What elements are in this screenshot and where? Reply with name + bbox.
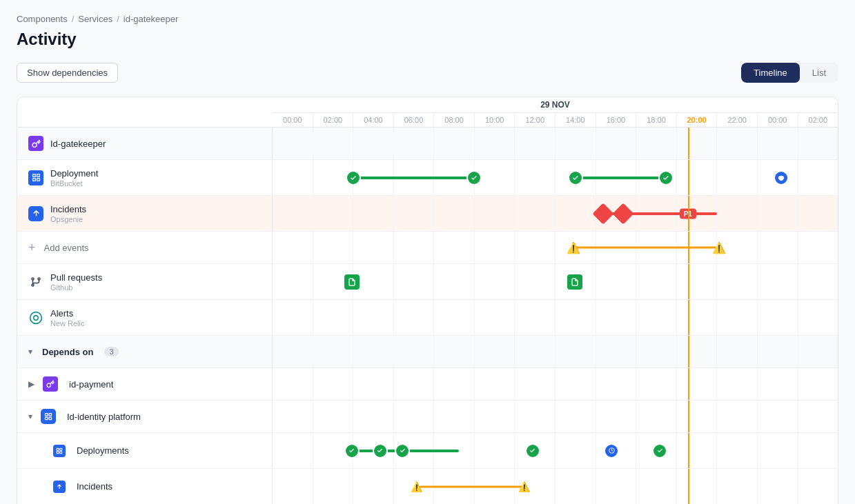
deployments-sub-icon: [53, 445, 66, 457]
deploy-sub-mid: [373, 443, 388, 458]
incidents-sub-warn-2: ⚠️: [518, 481, 530, 492]
alert-bar: [575, 247, 719, 249]
pull-requests-timeline: [273, 264, 838, 299]
incidents-sub-icon: [53, 481, 66, 493]
add-events-label: Add events: [44, 243, 89, 253]
add-events-timeline: ⚠️ ⚠️: [273, 232, 838, 263]
svg-rect-2: [32, 179, 35, 181]
alerts-timeline: [273, 300, 838, 335]
depends-on-label: Depends on: [42, 347, 93, 357]
svg-point-4: [32, 278, 34, 280]
toolbar: Show dependencies Timeline List: [17, 63, 838, 83]
deployments-sub-timeline: [273, 433, 838, 468]
incident-marker-1: [593, 203, 614, 224]
breadcrumb-components[interactable]: Components: [17, 14, 68, 24]
timeline-container: 29 NOV 00:00 02:00 04:00 06:00 08:00 10:…: [17, 97, 838, 504]
alerts-label: Alerts: [50, 308, 85, 319]
row-id-payment: ▶ id-payment: [17, 368, 838, 401]
deployments-sub-label: Deployments: [77, 445, 129, 456]
page-title: Activity: [17, 30, 838, 49]
gatekeeper-icon: [28, 136, 43, 151]
hours-row: 00:00 02:00 04:00 06:00 08:00 10:00 12:0…: [273, 113, 838, 127]
hour-1000: 10:00: [474, 113, 515, 127]
hour-1600: 16:00: [596, 113, 636, 127]
hour-0000: 00:00: [273, 113, 313, 127]
row-alerts: Alerts New Relic: [17, 300, 838, 336]
hour-0600: 06:00: [393, 113, 434, 127]
incidents-label: Incidents: [50, 204, 86, 214]
deploy-bar-1: [353, 177, 474, 179]
incidents-sub-bar: [420, 485, 527, 487]
incidents-sub-timeline: ⚠️ ⚠️: [273, 469, 838, 504]
hour-2000: 20:00: [676, 113, 717, 127]
svg-rect-14: [60, 448, 62, 450]
deploy-sub-start-1: [344, 443, 360, 458]
incidents-icon: [28, 206, 43, 221]
header-right: 29 NOV 00:00 02:00 04:00 06:00 08:00 10:…: [273, 97, 838, 128]
hour-1400: 14:00: [555, 113, 596, 127]
svg-rect-9: [46, 414, 48, 416]
svg-rect-1: [37, 174, 39, 177]
pull-requests-icon: [28, 274, 43, 290]
alert-start-icon: ⚠️: [567, 241, 580, 254]
list-tab[interactable]: List: [800, 63, 838, 83]
view-toggle: Timeline List: [741, 63, 838, 83]
svg-rect-12: [49, 417, 52, 420]
hour-2200: 22:00: [716, 113, 757, 127]
hour-1800: 18:00: [636, 113, 676, 127]
row-pull-requests: Pull requests Github: [17, 264, 838, 300]
svg-point-7: [30, 312, 42, 323]
row-incidents: Incidents Opsgenie: [17, 196, 838, 232]
deploy-end-3: [774, 170, 789, 185]
breadcrumb: Components / Services / id-gatekeeper: [17, 14, 838, 24]
current-time-line: [688, 128, 689, 159]
row-deployment: Deployment BitBucket: [17, 160, 838, 196]
add-events-plus-icon: +: [28, 241, 36, 255]
pr-marker-1: [344, 274, 360, 290]
deployment-sublabel: BitBucket: [50, 179, 98, 188]
id-identity-label: Id-identity platform: [67, 412, 141, 422]
id-payment-timeline: [273, 368, 838, 400]
incidents-timeline: P1: [273, 196, 838, 231]
date-label: 29 NOV: [273, 97, 838, 113]
depends-on-chevron-icon[interactable]: ▾: [28, 347, 32, 356]
row-depends-on[interactable]: ▾ Depends on 3: [17, 336, 838, 368]
show-dependencies-button[interactable]: Show dependencies: [17, 63, 118, 83]
svg-point-5: [32, 284, 34, 286]
deployment-timeline: [273, 160, 838, 195]
timeline-header: 29 NOV 00:00 02:00 04:00 06:00 08:00 10:…: [17, 97, 838, 128]
alert-end-icon: ⚠️: [712, 241, 726, 254]
row-id-identity-platform: ▾ Id-identity platform: [17, 401, 838, 433]
id-identity-timeline: [273, 401, 838, 432]
alerts-sublabel: New Relic: [50, 319, 85, 327]
pr-marker-2: [567, 274, 582, 290]
id-identity-chevron-icon[interactable]: ▾: [28, 412, 32, 421]
pull-requests-sublabel: Github: [50, 283, 102, 292]
hour-0000b: 00:00: [757, 113, 798, 127]
svg-point-6: [38, 278, 40, 280]
breadcrumb-current: id-gatekeeper: [124, 14, 179, 24]
svg-rect-0: [32, 174, 35, 177]
deploy-sub-check-1: [525, 443, 540, 458]
incidents-sub-label: Incidents: [77, 481, 112, 492]
id-payment-icon: [43, 376, 58, 392]
hour-0200: 02:00: [313, 113, 353, 127]
svg-point-8: [34, 315, 39, 320]
id-payment-chevron-icon[interactable]: ▶: [28, 379, 35, 389]
depends-count-badge: 3: [104, 347, 118, 356]
id-payment-label: id-payment: [69, 379, 113, 390]
deploy-sub-end-1: [395, 443, 410, 458]
incidents-sub-warn-1: ⚠️: [411, 481, 422, 492]
deploy-sub-clock: [604, 443, 619, 458]
id-identity-icon: [41, 409, 56, 424]
gatekeeper-label: Id-gatekeeper: [50, 139, 106, 149]
deploy-start-2: [568, 170, 583, 185]
row-deployments-sub: Deployments: [17, 433, 838, 469]
alerts-icon: [28, 310, 43, 325]
hour-0400: 04:00: [353, 113, 393, 127]
timeline-tab[interactable]: Timeline: [741, 63, 800, 83]
hour-1200: 12:00: [514, 113, 555, 127]
row-add-events[interactable]: + Add events ⚠️ ⚠️: [17, 232, 838, 264]
pull-requests-label: Pull requests: [50, 272, 102, 283]
breadcrumb-services[interactable]: Services: [78, 14, 112, 24]
